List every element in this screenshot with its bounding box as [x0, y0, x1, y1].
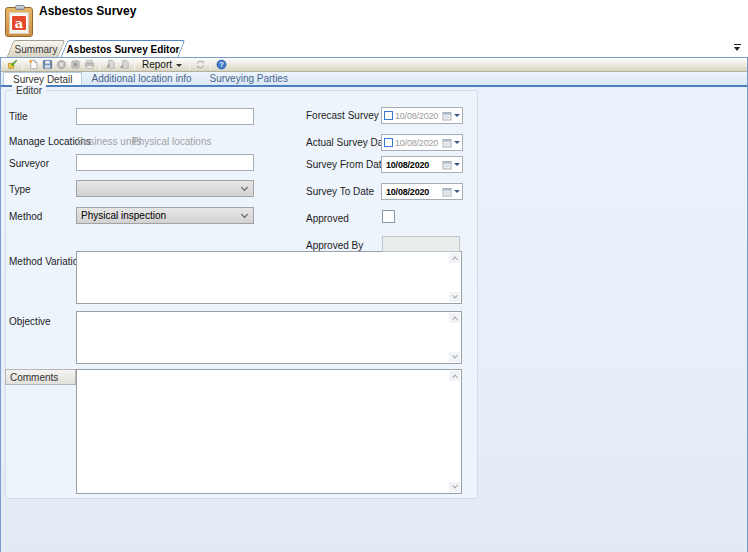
save-icon: [42, 59, 53, 70]
approved-by-input[interactable]: [382, 236, 460, 252]
subtab-additional-location-info[interactable]: Additional location info: [82, 72, 200, 85]
delete-button[interactable]: [54, 58, 68, 71]
actual-survey-date-label: Actual Survey Date: [306, 137, 392, 148]
objective-label: Objective: [9, 316, 51, 327]
forecast-survey-date-picker[interactable]: 10/08/2020: [381, 107, 463, 124]
approved-checkbox[interactable]: [382, 210, 395, 223]
report-button[interactable]: Report: [138, 58, 186, 71]
calendar-icon[interactable]: [442, 111, 452, 121]
scroll-down-icon[interactable]: [449, 352, 460, 362]
title-label: Title: [9, 111, 28, 122]
chevron-down-icon[interactable]: [454, 190, 460, 193]
app-clipboard-icon: a: [5, 7, 33, 37]
survey-to-date-picker[interactable]: 10/08/2020: [381, 183, 463, 200]
survey-from-date-picker[interactable]: 10/08/2020: [381, 156, 463, 173]
chevron-down-icon[interactable]: [454, 114, 460, 117]
tab-list-dropdown-icon[interactable]: [733, 43, 742, 52]
method-label: Method: [9, 211, 42, 222]
chevron-down-icon[interactable]: [454, 163, 460, 166]
report-caret-icon: [176, 64, 182, 67]
subtab-survey-detail[interactable]: Survey Detail: [3, 72, 82, 85]
approved-label: Approved: [306, 213, 349, 224]
method-variation-textarea[interactable]: [76, 251, 462, 304]
chevron-down-icon[interactable]: [454, 141, 460, 144]
help-icon: ?: [216, 59, 227, 70]
scroll-up-icon[interactable]: [449, 313, 460, 323]
method-variation-label: Method Variation: [9, 256, 84, 267]
calendar-icon[interactable]: [442, 138, 452, 148]
comments-label: Comments: [5, 369, 76, 385]
actual-survey-date-picker[interactable]: 10/08/2020: [381, 134, 463, 151]
record-button[interactable]: [68, 58, 82, 71]
document-tabstrip: Summary Asbestos Survey Editor: [0, 40, 748, 57]
scroll-up-icon[interactable]: [449, 371, 460, 381]
survey-to-date-label: Survey To Date: [306, 186, 374, 197]
subtab-surveying-parties[interactable]: Surveying Parties: [201, 72, 297, 85]
type-select[interactable]: [76, 180, 254, 197]
save-button[interactable]: [40, 58, 54, 71]
record-icon: [70, 59, 81, 70]
surveyor-label: Surveyor: [9, 158, 49, 169]
surveyor-input[interactable]: [76, 154, 254, 171]
title-input[interactable]: [76, 108, 254, 125]
refresh-button[interactable]: [193, 58, 207, 71]
scroll-down-icon[interactable]: [449, 292, 460, 302]
editor-panel: Report ? S: [0, 57, 748, 552]
delete-icon: [56, 59, 67, 70]
editor-group-label: Editor: [12, 85, 46, 96]
scroll-down-icon[interactable]: [449, 482, 460, 492]
type-label: Type: [9, 184, 31, 195]
tab-summary[interactable]: Summary: [7, 40, 66, 57]
check-out-button[interactable]: [117, 58, 131, 71]
help-button[interactable]: ?: [214, 58, 228, 71]
survey-from-date-label: Survey From Date: [306, 159, 387, 170]
objective-textarea[interactable]: [76, 311, 462, 364]
survey-detail-page: Editor Title Manage Locations Business u…: [1, 87, 747, 552]
print-button[interactable]: [82, 58, 96, 71]
toolbar: Report ?: [1, 58, 747, 72]
go-button[interactable]: [5, 58, 19, 71]
method-select[interactable]: Physical inspection: [76, 207, 254, 224]
chevron-down-icon: [241, 211, 248, 218]
comments-textarea[interactable]: [76, 369, 462, 494]
chevron-down-icon: [241, 184, 248, 191]
svg-text:?: ?: [219, 60, 224, 69]
calendar-icon[interactable]: [442, 160, 452, 170]
date-enable-checkbox[interactable]: [384, 111, 393, 120]
date-enable-checkbox[interactable]: [384, 138, 393, 147]
check-out-icon: [119, 59, 130, 70]
check-in-button[interactable]: [103, 58, 117, 71]
print-icon: [84, 59, 95, 70]
asbestos-survey-window: a Asbestos Survey Summary Asbestos Surve…: [0, 0, 748, 552]
scroll-up-icon[interactable]: [449, 253, 460, 263]
tab-asbestos-survey-editor[interactable]: Asbestos Survey Editor: [61, 40, 186, 57]
check-in-icon: [105, 59, 116, 70]
go-icon: [7, 59, 18, 70]
new-icon: [28, 59, 39, 70]
refresh-icon: [195, 59, 206, 70]
approved-by-label: Approved By: [306, 240, 363, 251]
calendar-icon[interactable]: [442, 187, 452, 197]
new-button[interactable]: [26, 58, 40, 71]
page-title: Asbestos Survey: [39, 4, 136, 18]
physical-locations-link[interactable]: Physical locations: [132, 136, 211, 147]
sub-tabstrip: Survey Detail Additional location info S…: [1, 72, 747, 87]
